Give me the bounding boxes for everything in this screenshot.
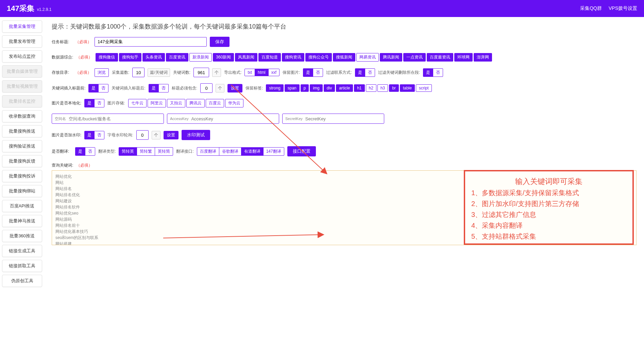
filter-contact-opt-1[interactable]: 否 [365,68,375,77]
keep-tag-7[interactable]: h2 [366,84,376,92]
cloud-space-input[interactable] [69,116,150,121]
watermark-opt-0[interactable]: 是 [84,131,95,139]
keep-tag-5[interactable]: article [336,84,353,92]
sidebar-item-12[interactable]: 百度API推送 [2,200,42,212]
link-vps-settings[interactable]: VPS拨号设置 [609,5,637,12]
source-tag-15[interactable]: 环球网 [454,53,473,62]
save-button[interactable]: 保存 [210,37,230,47]
source-tag-6[interactable]: 凤凰新闻 [235,53,257,62]
sidebar-item-8[interactable]: 搜狗验证推送 [2,140,42,152]
cloud-sk-input[interactable] [305,116,377,121]
text-watermark-set-button[interactable]: 设置 [164,131,179,139]
format-tag-2[interactable]: xxf [268,69,279,76]
keep-tag-0[interactable]: strong [266,84,283,92]
keep-tag-4[interactable]: div [324,84,335,92]
keep-tag-11[interactable]: script [416,84,432,92]
cloud-opt-4[interactable]: 百度云 [206,99,224,107]
source-tag-2[interactable]: 头条资讯 [142,53,165,62]
format-tag-1[interactable]: html [255,69,269,76]
link-qq-group[interactable]: 采集QQ群 [580,5,602,12]
sidebar-item-2[interactable]: 发布站点监控 [2,50,42,63]
api-config-button[interactable]: 接口配置 [287,146,316,156]
filter-contact-opt-0[interactable]: 是 [355,68,365,77]
translate-api-2[interactable]: 有道翻译 [241,147,264,156]
source-tag-9[interactable]: 搜狗公众号 [305,53,332,62]
keep-img-opt-1[interactable]: 否 [313,68,323,77]
keep-tag-3[interactable]: img [310,84,322,92]
sidebar-item-10[interactable]: 批量搜狗投诉 [2,170,42,182]
cloud-opt-2[interactable]: 又拍云 [167,99,185,107]
translate-api-3[interactable]: 147翻译 [263,147,284,156]
sidebar-item-16[interactable]: 链接抓取工具 [2,260,42,272]
insert-after-opt-0[interactable]: 是 [149,84,159,92]
title-must-set-button[interactable]: 设置 [227,84,242,92]
source-tag-3[interactable]: 百度资讯 [166,53,188,62]
keep-tag-1[interactable]: span [285,84,300,92]
translate-type-2[interactable]: 英转简 [155,147,173,156]
cloud-opt-3[interactable]: 腾讯云 [186,99,205,107]
source-tag-10[interactable]: 搜狐新闻 [333,53,355,62]
source-tag-14[interactable]: 百度最资讯 [427,53,453,62]
kw-count-input[interactable] [193,68,209,77]
source-tag-1[interactable]: 搜狗知乎 [119,53,141,62]
watermark-test-button[interactable]: 水印测试 [182,130,210,140]
translate-opt-1[interactable]: 否 [85,147,95,156]
sidebar-item-17[interactable]: 伪原创工具 [2,275,42,287]
cloud-opt-5[interactable]: 华为云 [225,99,243,107]
cloud-secretkey-field[interactable]: SecretKey [282,114,384,124]
source-tag-7[interactable]: 百度知道 [258,53,281,62]
keep-tag-6[interactable]: h1 [354,84,365,92]
sidebar-item-11[interactable]: 批量搜狗绑站 [2,185,42,197]
filter-kwdel-opt-0[interactable]: 是 [423,68,433,77]
source-tag-12[interactable]: 腾讯新闻 [380,53,402,62]
source-tag-11[interactable]: 网易资讯 [356,53,379,62]
sidebar-item-13[interactable]: 批量神马推送 [2,215,42,227]
sidebar-item-9[interactable]: 批量搜狗反馈 [2,155,42,167]
keywords-textarea[interactable] [52,170,637,245]
cloud-ak-input[interactable] [191,116,273,121]
source-tag-13[interactable]: 一点资讯 [403,53,426,62]
format-tag-0[interactable]: txt [244,69,255,76]
insert-after-opt-1[interactable]: 否 [158,84,169,92]
cloud-opt-0[interactable]: 七牛云 [128,99,147,107]
insert-before-opt-0[interactable]: 是 [88,84,99,92]
insert-before-opt-1[interactable]: 否 [98,84,108,92]
keep-tag-10[interactable]: table [400,84,415,92]
title-must-input[interactable] [200,83,213,93]
cloud-opt-1[interactable]: 阿里云 [148,99,166,107]
filter-kwdel-opt-1[interactable]: 否 [433,68,443,77]
source-tag-5[interactable]: 360新闻 [213,53,234,62]
keep-tag-8[interactable]: h3 [377,84,388,92]
cloud-accesskey-field[interactable]: AccessKey [167,114,279,124]
watermark-opt-1[interactable]: 否 [94,131,104,139]
sidebar-item-6[interactable]: 收录数据查询 [2,110,42,122]
text-watermark-input[interactable] [136,130,149,140]
sidebar-item-1[interactable]: 批量发布管理 [2,35,42,48]
translate-opt-0[interactable]: 是 [75,147,85,156]
keep-img-opt-0[interactable]: 是 [303,68,313,77]
sidebar-item-4: 批量短视频管理 [2,80,42,92]
translate-api-1[interactable]: 谷歌翻译 [219,147,241,156]
cloud-space-field[interactable]: 空间名 [52,114,164,124]
keep-image-group: 是否 [303,68,323,77]
sidebar-item-14[interactable]: 批量360推送 [2,230,42,242]
sidebar-item-0[interactable]: 批量采集管理 [2,20,42,33]
source-tag-16[interactable]: 澎湃网 [474,53,492,62]
translate-api-0[interactable]: 百度翻译 [197,147,219,156]
image-local-opt-1[interactable]: 否 [94,99,104,107]
source-tag-0[interactable]: 搜狗微信 [96,53,118,62]
collect-count-input[interactable] [132,68,145,77]
translate-type-0[interactable]: 简转英 [119,147,137,156]
source-tag-8[interactable]: 搜狗资讯 [282,53,304,62]
translate-type-1[interactable]: 简转繁 [137,147,155,156]
keep-tag-9[interactable]: br [389,84,399,92]
keep-tag-2[interactable]: p [301,84,309,92]
task-title-input[interactable] [95,37,207,47]
sidebar: 批量采集管理批量发布管理发布站点监控批量自媒体管理批量短视频管理批量排名监控收录… [0,17,44,290]
image-local-opt-0[interactable]: 是 [84,99,95,107]
keywords-required: （必填） [76,163,92,168]
sidebar-item-15[interactable]: 链接生成工具 [2,245,42,257]
source-tag-4[interactable]: 新浪新闻 [189,53,212,62]
sidebar-item-7[interactable]: 批量搜狗推送 [2,125,42,137]
browse-button[interactable]: 浏览 [95,68,109,77]
